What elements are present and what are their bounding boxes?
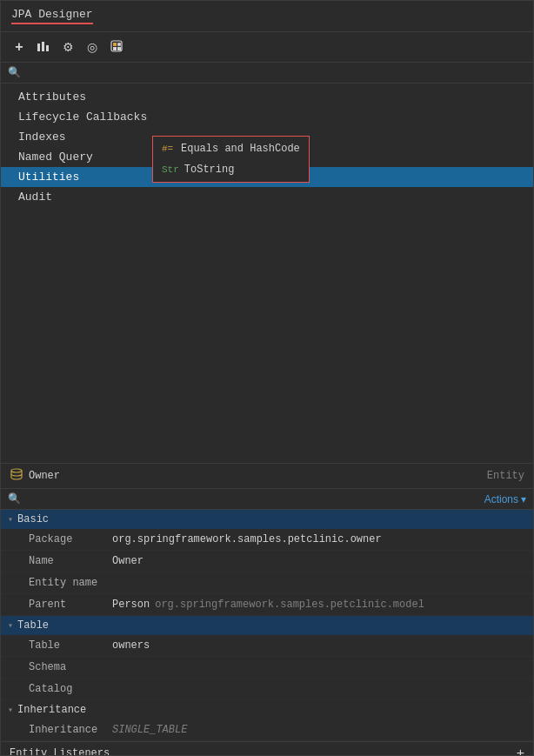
svg-rect-0 xyxy=(37,43,40,51)
entity-badge: Entity xyxy=(487,470,524,482)
owner-db-icon xyxy=(10,468,23,484)
nav-item-lifecycle-callbacks[interactable]: Lifecycle Callbacks xyxy=(1,107,533,127)
prop-label-schema: Schema xyxy=(1,659,105,675)
gear-icon: ⚙ xyxy=(63,40,74,54)
section-header-inheritance[interactable]: ▾ Inheritance xyxy=(1,700,533,719)
chevron-inheritance-icon: ▾ xyxy=(8,705,13,715)
prop-label-package: Package xyxy=(1,532,105,547)
actions-label: Actions xyxy=(484,493,518,505)
clock-button[interactable] xyxy=(107,37,126,57)
svg-point-8 xyxy=(11,469,22,472)
prop-value-parent-group: Person org.springframework.samples.petcl… xyxy=(105,597,431,612)
top-section: 🔍 Attributes Lifecycle Callbacks Indexes… xyxy=(1,63,533,463)
circle-icon: ◎ xyxy=(87,40,97,54)
hash-equals-icon: #= xyxy=(162,144,176,154)
popup-item-tostring[interactable]: Str ToString xyxy=(153,159,309,180)
chevron-basic-icon: ▾ xyxy=(8,514,13,525)
svg-rect-7 xyxy=(117,47,121,50)
prop-row-entity-name: Entity name xyxy=(1,572,533,594)
section-label-inheritance: Inheritance xyxy=(17,704,86,716)
prop-value-parent-pkg: org.springframework.samples.petclinic.mo… xyxy=(155,599,424,611)
plus-icon: + xyxy=(15,39,23,55)
actions-bar: 🔍 Actions ▾ xyxy=(1,489,533,510)
nav-item-audit[interactable]: Audit xyxy=(1,187,533,207)
circle-button[interactable]: ◎ xyxy=(83,37,102,57)
svg-rect-5 xyxy=(117,43,121,46)
panel-header: JPA Designer xyxy=(1,1,533,32)
prop-value-inheritance: SINGLE_TABLE xyxy=(105,722,533,738)
actions-search-left: 🔍 xyxy=(8,492,155,505)
actions-chevron-icon: ▾ xyxy=(521,493,526,505)
prop-value-parent-name: Person xyxy=(112,599,150,611)
svg-rect-4 xyxy=(113,43,117,46)
prop-row-package: Package org.springframework.samples.petc… xyxy=(1,529,533,551)
popup-label-tostring: ToString xyxy=(184,164,235,176)
svg-rect-2 xyxy=(46,45,49,51)
bar-chart-icon xyxy=(37,40,50,55)
section-header-basic[interactable]: ▾ Basic xyxy=(1,510,533,529)
nav-search-input[interactable] xyxy=(24,67,526,79)
popup-menu: #= Equals and HashCode Str ToString xyxy=(152,136,310,183)
add-button[interactable]: + xyxy=(10,37,29,57)
prop-label-table: Table xyxy=(1,638,105,653)
str-tostring-icon: Str xyxy=(162,164,179,175)
prop-row-table: Table owners xyxy=(1,635,533,657)
prop-row-schema: Schema xyxy=(1,657,533,679)
main-panel: JPA Designer + ⚙ ◎ xyxy=(0,0,534,756)
add-entity-listener-button[interactable]: + xyxy=(517,746,524,755)
entity-listeners-row: Entity Listeners + xyxy=(1,741,533,755)
svg-rect-1 xyxy=(42,42,44,51)
props-table: ▾ Basic Package org.springframework.samp… xyxy=(1,510,533,755)
section-header-table[interactable]: ▾ Table xyxy=(1,616,533,635)
svg-rect-6 xyxy=(113,47,117,50)
prop-label-inheritance: Inheritance xyxy=(1,722,105,738)
prop-row-parent: Parent Person org.springframework.sample… xyxy=(1,594,533,616)
prop-value-table: owners xyxy=(105,638,533,653)
actions-search-input[interactable] xyxy=(24,493,155,505)
actions-button[interactable]: Actions ▾ xyxy=(484,493,526,505)
prop-row-name: Name Owner xyxy=(1,551,533,572)
section-label-table: Table xyxy=(17,619,49,632)
toolbar: + ⚙ ◎ xyxy=(1,32,533,63)
popup-item-equals-hashcode[interactable]: #= Equals and HashCode xyxy=(153,138,309,159)
clock-icon xyxy=(110,39,123,56)
prop-value-package: org.springframework.samples.petclinic.ow… xyxy=(105,532,533,547)
bar-chart-button[interactable] xyxy=(34,37,53,57)
actions-search-icon: 🔍 xyxy=(8,492,21,505)
prop-label-name: Name xyxy=(1,553,105,569)
owner-left: Owner xyxy=(10,468,60,484)
popup-label-equals-hashcode: Equals and HashCode xyxy=(181,143,300,155)
owner-title: Owner xyxy=(29,470,60,482)
owner-header: Owner Entity xyxy=(1,464,533,489)
chevron-table-icon: ▾ xyxy=(8,620,13,631)
section-label-basic: Basic xyxy=(17,513,49,525)
bottom-section: Owner Entity 🔍 Actions ▾ ▾ Basic Packag xyxy=(1,464,533,755)
nav-item-attributes[interactable]: Attributes xyxy=(1,87,533,107)
prop-label-catalog: Catalog xyxy=(1,681,105,697)
prop-row-inheritance: Inheritance SINGLE_TABLE xyxy=(1,719,533,741)
prop-value-schema xyxy=(105,659,533,675)
prop-value-entity-name xyxy=(105,575,533,591)
panel-tab[interactable]: JPA Designer xyxy=(11,8,93,24)
nav-search-icon: 🔍 xyxy=(8,66,21,79)
nav-search-bar: 🔍 xyxy=(1,63,533,84)
gear-button[interactable]: ⚙ xyxy=(58,37,77,57)
prop-row-catalog: Catalog xyxy=(1,679,533,700)
entity-listeners-label: Entity Listeners xyxy=(10,747,110,755)
prop-value-name: Owner xyxy=(105,553,533,569)
prop-label-entity-name: Entity name xyxy=(1,575,105,591)
prop-label-parent: Parent xyxy=(1,597,105,612)
prop-value-catalog xyxy=(105,681,533,697)
